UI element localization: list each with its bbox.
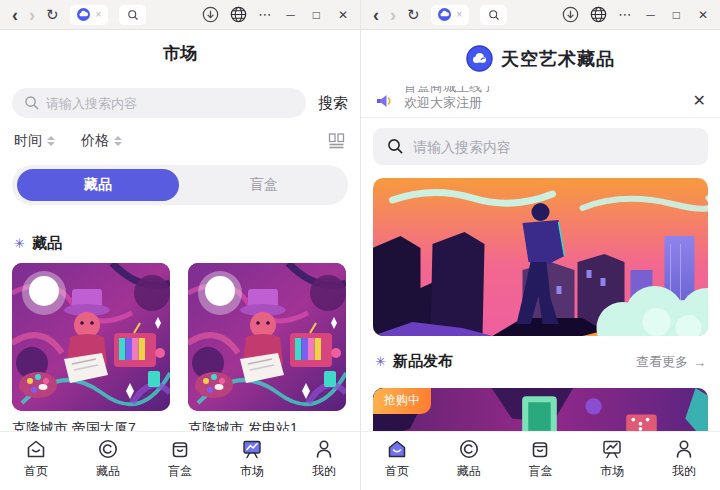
- brand-header: 天空艺术藏品: [361, 45, 720, 72]
- speaker-icon: [375, 92, 393, 110]
- sort-price[interactable]: 价格: [81, 132, 122, 150]
- browser-toolbar: ‹ › ↻ × ⋯ ─ □ ✕: [0, 0, 360, 30]
- market-icon: [240, 437, 264, 461]
- page-title: 市场: [0, 42, 360, 65]
- close-icon[interactable]: ✕: [338, 9, 348, 21]
- forward-icon[interactable]: ›: [390, 6, 396, 24]
- blindbox-icon: [528, 437, 552, 461]
- forward-icon[interactable]: ›: [29, 6, 35, 24]
- search-input[interactable]: [373, 128, 708, 165]
- browser-tab[interactable]: ×: [70, 5, 109, 25]
- arrow-right-icon: →: [693, 355, 706, 370]
- tab-blindbox[interactable]: 盲盒: [180, 165, 348, 205]
- back-icon[interactable]: ‹: [373, 6, 379, 24]
- nav-collection[interactable]: 藏品: [433, 432, 505, 490]
- browser-toolbar: ‹ › ↻ × ⋯ ─ □ ✕: [361, 0, 720, 30]
- product-image[interactable]: [12, 263, 170, 411]
- nav-home[interactable]: 首页: [0, 432, 72, 490]
- home-icon: [385, 437, 409, 461]
- blindbox-icon: [168, 437, 192, 461]
- nav-profile[interactable]: 我的: [288, 432, 360, 490]
- announcement-marquee[interactable]: 盲盒商城上线了 欢迎大家注册: [404, 86, 682, 116]
- window-controls: ─ □ ✕: [286, 9, 348, 21]
- screen: ‹ › ↻ × ⋯ ─ □ ✕ 市场: [0, 0, 720, 490]
- minimize-icon[interactable]: ─: [286, 9, 295, 21]
- section-title: 新品发布: [393, 352, 453, 371]
- bottom-nav: 首页 藏品 盲盒 市场 我的: [361, 431, 720, 490]
- filter-row: 时间 价格: [14, 131, 346, 151]
- announcement-line: 欢迎大家注册: [404, 95, 495, 111]
- copyright-icon: [96, 437, 120, 461]
- profile-icon: [312, 437, 336, 461]
- refresh-icon[interactable]: ↻: [46, 7, 59, 22]
- home-window: ‹ › ↻ × ⋯ ─ □ ✕: [360, 0, 720, 490]
- sort-price-label: 价格: [81, 132, 109, 150]
- market-window: ‹ › ↻ × ⋯ ─ □ ✕ 市场: [0, 0, 360, 490]
- view-more-label: 查看更多: [636, 353, 688, 371]
- sort-time-label: 时间: [14, 132, 42, 150]
- maximize-icon[interactable]: □: [673, 9, 680, 21]
- nav-profile[interactable]: 我的: [648, 432, 720, 490]
- product-card[interactable]: 克隆城市 帝国大厦7: [12, 263, 170, 438]
- sort-time[interactable]: 时间: [14, 132, 55, 150]
- tab-bar: 藏品 盲盒: [12, 165, 348, 205]
- nav-collection[interactable]: 藏品: [72, 432, 144, 490]
- sort-carets-icon: [47, 136, 55, 146]
- nav-market-active[interactable]: 市场: [216, 432, 288, 490]
- tab-collection[interactable]: 藏品: [17, 169, 179, 201]
- market-icon: [600, 437, 624, 461]
- more-menu-icon[interactable]: ⋯: [618, 8, 631, 21]
- toolbar-search-icon[interactable]: [119, 5, 146, 25]
- nav-market[interactable]: 市场: [576, 432, 648, 490]
- close-icon[interactable]: ✕: [698, 9, 708, 21]
- back-icon[interactable]: ‹: [12, 6, 18, 24]
- home-icon: [24, 437, 48, 461]
- refresh-icon[interactable]: ↻: [407, 7, 420, 22]
- nav-label: 盲盒: [168, 463, 192, 480]
- window-controls: ─ □ ✕: [646, 9, 708, 21]
- nav-home-active[interactable]: 首页: [361, 432, 433, 490]
- announcement-close-icon[interactable]: ✕: [693, 91, 706, 110]
- announcement-line: 盲盒商城上线了: [404, 86, 495, 95]
- section-title: 藏品: [32, 234, 62, 253]
- brand-cloud-logo-icon: [466, 45, 493, 72]
- nav-label: 藏品: [96, 463, 120, 480]
- view-more-link[interactable]: 查看更多 →: [636, 353, 706, 371]
- product-card[interactable]: 克隆城市 发电站1: [188, 263, 346, 438]
- toolbar-search-icon[interactable]: [480, 5, 507, 25]
- browser-tab[interactable]: ×: [431, 5, 470, 25]
- nav-blindbox[interactable]: 盲盒: [505, 432, 577, 490]
- download-icon[interactable]: [562, 6, 579, 23]
- brand-name: 天空艺术藏品: [501, 47, 615, 71]
- more-menu-icon[interactable]: ⋯: [258, 8, 271, 21]
- copyright-icon: [457, 437, 481, 461]
- section-star-icon: ✳: [14, 236, 25, 251]
- product-image[interactable]: [188, 263, 346, 411]
- search-input-wrap: [373, 128, 708, 165]
- search-input[interactable]: [12, 88, 306, 118]
- tab-close-icon[interactable]: ×: [96, 9, 102, 20]
- nav-blindbox[interactable]: 盲盒: [144, 432, 216, 490]
- globe-icon[interactable]: [230, 6, 247, 23]
- nav-label: 市场: [600, 463, 624, 480]
- search-input-wrap: [12, 88, 306, 118]
- download-icon[interactable]: [202, 6, 219, 23]
- section-header-new: ✳ 新品发布: [375, 352, 453, 371]
- bottom-nav: 首页 藏品 盲盒 市场 我的: [0, 431, 360, 490]
- hero-banner[interactable]: [373, 178, 708, 336]
- tab-close-icon[interactable]: ×: [457, 9, 463, 20]
- announcement-bar: 盲盒商城上线了 欢迎大家注册 ✕: [361, 84, 720, 118]
- search-icon: [387, 138, 404, 155]
- layout-toggle-icon[interactable]: [328, 133, 346, 149]
- search-button[interactable]: 搜索: [318, 94, 348, 113]
- minimize-icon[interactable]: ─: [646, 9, 655, 21]
- sort-carets-icon: [114, 136, 122, 146]
- profile-icon: [672, 437, 696, 461]
- nav-label: 我的: [312, 463, 336, 480]
- search-row: 搜索: [12, 88, 348, 118]
- maximize-icon[interactable]: □: [313, 9, 320, 21]
- search-icon: [24, 95, 40, 111]
- globe-icon[interactable]: [590, 6, 607, 23]
- nav-label: 盲盒: [528, 463, 552, 480]
- nav-label: 藏品: [457, 463, 481, 480]
